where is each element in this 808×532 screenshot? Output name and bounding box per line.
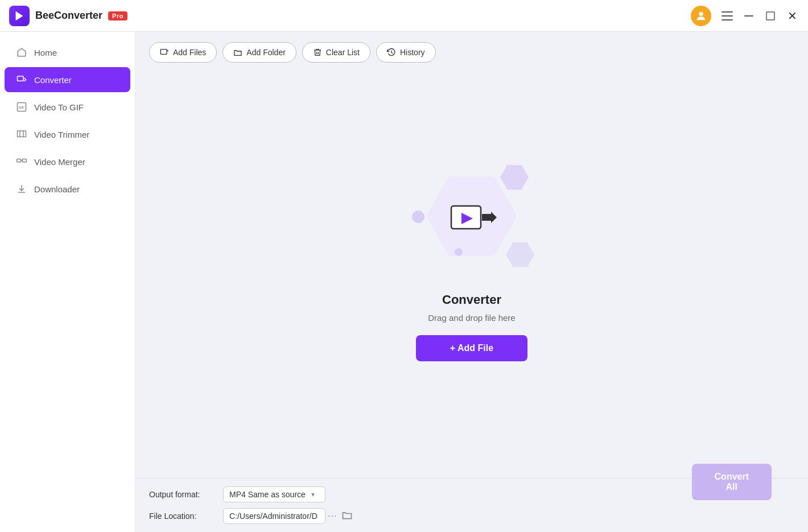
sidebar-label-merger: Video Merger — [34, 157, 85, 167]
output-format-select[interactable]: MP4 Same as source ▾ — [223, 486, 325, 502]
chevron-down-icon: ▾ — [311, 490, 315, 498]
minimize-button[interactable] — [742, 9, 756, 23]
sidebar-item-video-to-gif[interactable]: GIF Video To GIF — [5, 94, 130, 119]
content-area: Add Files Add Folder Clear List — [135, 32, 808, 532]
svg-rect-4 — [722, 19, 733, 20]
history-label: History — [400, 48, 425, 57]
svg-rect-14 — [23, 159, 27, 162]
avatar[interactable] — [691, 6, 711, 26]
output-format-label: Output format: — [149, 490, 223, 499]
sidebar-label-converter: Converter — [34, 75, 72, 85]
file-location-row: File Location: C:/Users/Administrator/D … — [149, 508, 794, 524]
add-file-button[interactable]: + Add File — [416, 335, 527, 361]
clear-list-button[interactable]: Clear List — [302, 42, 370, 63]
svg-rect-7 — [18, 76, 24, 81]
main-layout: Home Converter GIF Video To GIF — [0, 32, 808, 532]
app-logo — [9, 6, 30, 26]
sidebar-item-video-merger[interactable]: Video Merger — [5, 149, 130, 174]
dropzone-title: Converter — [442, 292, 501, 307]
hex-small-1 — [500, 165, 529, 190]
dropzone-illustration — [403, 165, 540, 279]
open-folder-button[interactable] — [341, 509, 353, 523]
svg-rect-16 — [160, 50, 167, 55]
sidebar-item-downloader[interactable]: Downloader — [5, 176, 130, 201]
add-files-button[interactable]: Add Files — [149, 42, 217, 63]
sidebar-label-trimmer: Video Trimmer — [34, 130, 89, 139]
converter-icon-wrap — [446, 199, 497, 245]
titlebar: BeeConverter Pro ✕ — [0, 0, 808, 32]
close-button[interactable]: ✕ — [785, 9, 799, 23]
sidebar-label-home: Home — [34, 48, 57, 57]
svg-rect-2 — [722, 11, 733, 13]
history-button[interactable]: History — [376, 42, 436, 63]
sidebar-label-downloader: Downloader — [34, 184, 80, 194]
svg-point-1 — [699, 11, 703, 15]
app-name: BeeConverter — [35, 10, 102, 22]
output-format-value: MP4 Same as source — [229, 490, 306, 499]
gif-icon: GIF — [16, 101, 27, 113]
trimmer-icon — [16, 129, 27, 140]
toolbar: Add Files Add Folder Clear List — [135, 32, 808, 71]
svg-rect-6 — [766, 12, 774, 20]
sidebar-item-home[interactable]: Home — [5, 40, 130, 65]
converter-nav-icon — [16, 74, 27, 85]
svg-rect-3 — [722, 15, 733, 17]
svg-rect-5 — [744, 15, 753, 17]
downloader-icon — [16, 183, 27, 195]
svg-rect-10 — [18, 131, 26, 137]
menu-button[interactable] — [720, 9, 734, 23]
pro-badge: Pro — [108, 11, 127, 20]
file-location-more-button[interactable]: ··· — [325, 511, 339, 521]
window-controls: ✕ — [720, 9, 799, 23]
file-location-display: C:/Users/Administrator/D — [223, 508, 325, 524]
sidebar-label-gif: Video To GIF — [34, 102, 84, 112]
add-folder-button[interactable]: Add Folder — [222, 42, 296, 63]
add-folder-label: Add Folder — [246, 48, 285, 57]
sidebar: Home Converter GIF Video To GIF — [0, 32, 135, 532]
dropzone: Converter Drag and drop file here + Add … — [135, 71, 808, 478]
hex-small-2 — [506, 242, 534, 267]
add-files-label: Add Files — [173, 48, 206, 57]
merger-icon — [16, 156, 27, 167]
home-icon — [16, 47, 27, 58]
bubble-1 — [412, 211, 424, 223]
file-location-value: C:/Users/Administrator/D — [229, 512, 318, 521]
svg-text:GIF: GIF — [19, 106, 24, 109]
bubble-2 — [455, 248, 463, 256]
file-location-label: File Location: — [149, 512, 223, 521]
convert-all-button[interactable]: Convert All — [692, 464, 772, 500]
dropzone-subtitle: Drag and drop file here — [428, 313, 515, 323]
sidebar-item-converter[interactable]: Converter — [5, 67, 130, 92]
svg-marker-0 — [16, 11, 23, 20]
sidebar-item-video-trimmer[interactable]: Video Trimmer — [5, 122, 130, 147]
clear-list-label: Clear List — [326, 48, 360, 57]
svg-rect-13 — [17, 159, 21, 162]
maximize-button[interactable] — [764, 9, 777, 23]
